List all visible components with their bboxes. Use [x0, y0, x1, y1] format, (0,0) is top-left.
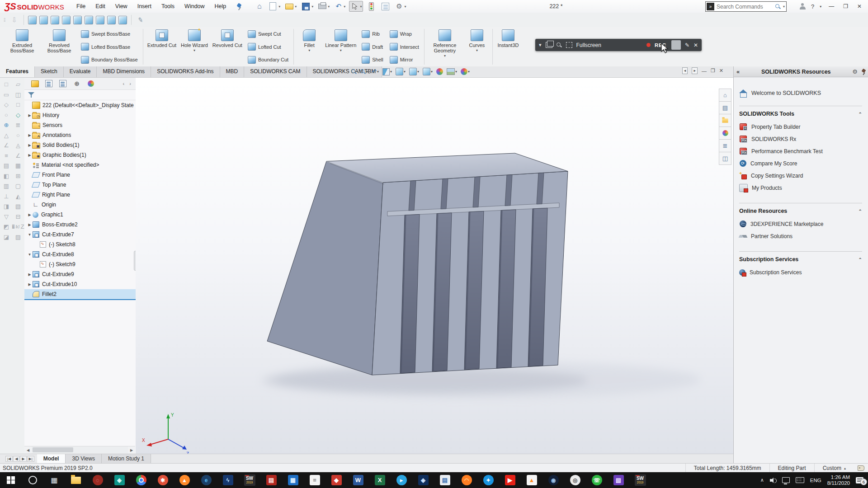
settings-button[interactable]: ⚙▾: [394, 1, 407, 11]
hide-show-items-button[interactable]: ▾: [422, 67, 434, 76]
tab-evaluate[interactable]: Evaluate: [64, 66, 97, 77]
taskbar-icon-solidworks-2019[interactable]: SW2019: [239, 472, 260, 488]
first-tab-icon[interactable]: |◀: [5, 456, 13, 462]
tool-icon[interactable]: ▭: [4, 92, 9, 98]
taskbar-icon-app-purple[interactable]: ▧: [608, 472, 629, 488]
taskbar-icon-notepad[interactable]: ≡: [304, 472, 326, 488]
rib-button[interactable]: Rib: [360, 29, 385, 38]
tab-solidworks-resources[interactable]: ⌂: [719, 89, 731, 102]
tool-icon[interactable]: ▦: [15, 163, 21, 169]
restore-button[interactable]: ❐: [841, 3, 850, 9]
doc-restore-button[interactable]: ❐: [711, 68, 715, 74]
open-document-dropdown-icon[interactable]: ▾: [295, 5, 297, 9]
recorder-magnifier-icon[interactable]: [557, 42, 562, 48]
filter-funnel-icon[interactable]: [28, 92, 34, 98]
taskbar-icon-app-navy[interactable]: ϟ: [217, 472, 239, 488]
resource-item-partner-solutions[interactable]: Partner Solutions: [739, 230, 862, 242]
save-dropdown-icon[interactable]: ▾: [311, 5, 313, 9]
taskbar-icon-excel[interactable]: X: [369, 472, 391, 488]
taskbar-icon-app-red-circle[interactable]: ✱: [152, 472, 174, 488]
tool-icon[interactable]: ◨: [4, 203, 9, 209]
tool-icon[interactable]: □: [16, 102, 20, 108]
tool-icon[interactable]: �សZ: [12, 224, 24, 230]
tool-icon[interactable]: ◪: [4, 234, 9, 240]
section-view-button[interactable]: ▾: [382, 68, 393, 76]
tool-icon[interactable]: ◩: [4, 224, 9, 230]
scroll-left-icon[interactable]: ◀: [24, 448, 32, 452]
tool-icon[interactable]: ◫: [15, 92, 21, 98]
menu-insert[interactable]: Insert: [132, 1, 156, 12]
recorder-expand-icon[interactable]: ▾: [539, 42, 542, 47]
zoom-to-area-button[interactable]: ▾: [359, 69, 369, 75]
taskbar-icon-app-orange[interactable]: ▲: [174, 472, 195, 488]
menu-window[interactable]: Window: [179, 1, 209, 12]
taskbar-icon-steam[interactable]: ◉: [542, 472, 564, 488]
tab-design-library[interactable]: ▤: [719, 102, 731, 114]
tab-file-explorer[interactable]: [719, 114, 731, 127]
draft-button[interactable]: Draft: [360, 42, 385, 52]
wrap-button[interactable]: Wrap: [388, 29, 421, 38]
linear-pattern-button[interactable]: Linear Pattern▾: [323, 28, 359, 66]
resource-item-copy-settings-wizard[interactable]: Copy Settings Wizard: [739, 169, 862, 182]
reference-geometry-button[interactable]: Reference Geometry▾: [426, 28, 463, 66]
tool-icon[interactable]: ▢: [15, 183, 21, 189]
view-front-button[interactable]: [28, 16, 37, 24]
tree-item-right-plane[interactable]: Right Plane: [24, 190, 136, 200]
tool-icon[interactable]: ○: [5, 112, 8, 118]
prev-tab-icon[interactable]: ◀: [13, 456, 19, 462]
notification-center-icon[interactable]: 6: [856, 477, 863, 483]
shell-button[interactable]: Shell: [360, 55, 385, 64]
collapse-section-icon[interactable]: ⌃: [859, 112, 862, 117]
view-trimetric-button[interactable]: [107, 16, 116, 24]
tool-icon[interactable]: ▧: [15, 203, 21, 209]
tab-appearances-scenes[interactable]: ≣: [719, 140, 731, 152]
scrollbar-track[interactable]: [32, 446, 128, 454]
tool-icon[interactable]: ◭: [16, 193, 20, 199]
undo-button[interactable]: ↶▾: [333, 1, 346, 11]
taskbar-icon-telegram[interactable]: ▸: [391, 472, 412, 488]
taskbar-icon-app-light-ring[interactable]: ◎: [564, 472, 586, 488]
user-account-icon[interactable]: [800, 3, 806, 9]
taskbar-icon-edge[interactable]: e: [195, 472, 217, 488]
tree-item-cut-extrude7[interactable]: ▼Cut-Extrude7: [24, 230, 136, 239]
last-tab-icon[interactable]: ▶|: [27, 456, 34, 462]
tree-tab-scroll-arrows[interactable]: ‹ ›: [123, 81, 136, 86]
boundary-boss-button[interactable]: Boundary Boss/Base: [79, 55, 140, 64]
language-indicator[interactable]: ENG: [810, 478, 821, 483]
tree-item-sensors[interactable]: ◔Sensors: [24, 120, 136, 130]
taskbar-icon-youtube[interactable]: ▶: [499, 472, 521, 488]
tool-icon[interactable]: ▽: [4, 214, 9, 220]
taskbar-icon-task-view[interactable]: ▦: [43, 472, 65, 488]
next-tab-icon[interactable]: ▶: [20, 456, 26, 462]
revolved-boss-button[interactable]: Revolved Boss/Base: [41, 28, 78, 66]
help-dropdown-icon[interactable]: ▾: [820, 5, 821, 9]
next-document-button[interactable]: ▸: [692, 67, 698, 74]
taskbar-icon-search[interactable]: [22, 472, 43, 488]
menu-help[interactable]: Help: [210, 1, 231, 12]
taskbar-icon-start[interactable]: [0, 472, 22, 488]
tool-icon[interactable]: ∠: [4, 142, 9, 148]
view-bottom-button[interactable]: [85, 16, 93, 24]
lofted-boss-button[interactable]: Lofted Boss/Base: [79, 42, 140, 52]
edit-appearance-button[interactable]: [435, 68, 444, 75]
tool-icon[interactable]: ⊥: [4, 193, 9, 199]
tool-icon[interactable]: ≣: [16, 122, 21, 128]
tool-icon[interactable]: ⊞: [16, 173, 21, 179]
tab-displaymanager[interactable]: [87, 80, 95, 88]
resource-item-solidworks-rx[interactable]: RxSOLIDWORKS Rx: [739, 133, 862, 145]
tree-item-boss-extrude2[interactable]: ▶Boss-Extrude2: [24, 220, 136, 230]
record-dot-icon[interactable]: [646, 43, 651, 47]
taskbar-icon-app-red-tile[interactable]: ◆: [326, 472, 347, 488]
hole-wizard-button[interactable]: Hole Wizard▾: [179, 28, 210, 66]
tab-mbd-dimensions[interactable]: MBD Dimensions: [97, 66, 151, 77]
print-dropdown-icon[interactable]: ▾: [328, 5, 330, 9]
tree-item--sketch9[interactable]: (-) Sketch9: [24, 259, 136, 269]
tag-icon[interactable]: [858, 465, 864, 471]
taskbar-icon-vlc[interactable]: ▲: [521, 472, 542, 488]
curves-button[interactable]: Curves▾: [463, 28, 491, 66]
tool-icon[interactable]: ⊟: [16, 214, 21, 220]
status-configuration[interactable]: Custom ▴: [814, 464, 854, 473]
tab-view-palette[interactable]: [719, 127, 731, 140]
tab-solidworks-add-ins[interactable]: SOLIDWORKS Add-Ins: [151, 66, 220, 77]
tree-item-history[interactable]: ▶◷History: [24, 110, 136, 120]
